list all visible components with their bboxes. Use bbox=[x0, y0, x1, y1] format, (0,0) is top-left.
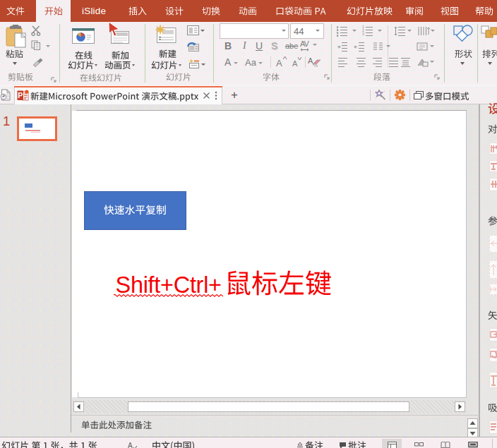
svg-text:P: P bbox=[18, 91, 23, 99]
svg-text:A: A bbox=[128, 442, 133, 448]
